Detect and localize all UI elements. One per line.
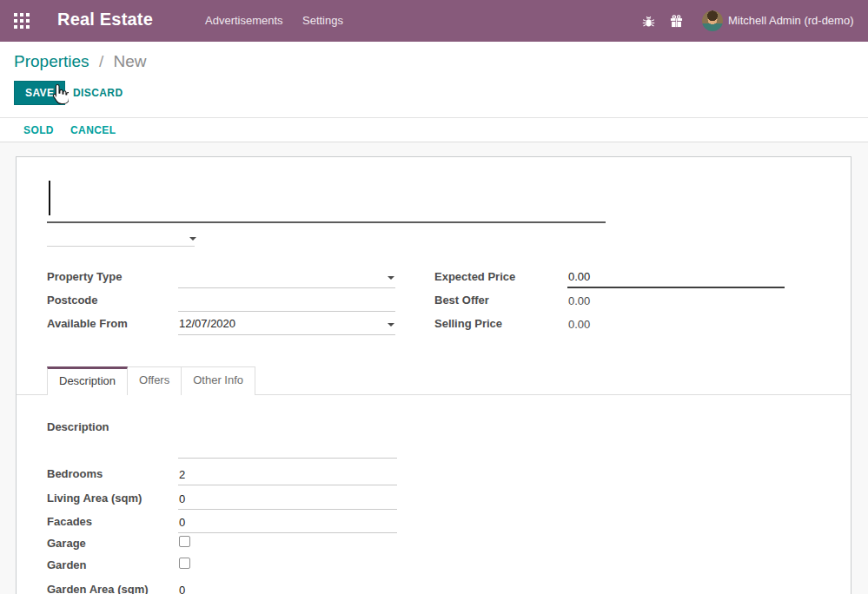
gift-icon[interactable]: [670, 15, 683, 28]
sold-button[interactable]: SOLD: [23, 118, 54, 142]
top-navbar: Real Estate Advertisements Settings Mitc…: [0, 0, 868, 42]
available-from-label: Available From: [47, 317, 178, 335]
living-area-label: Living Area (sqm): [47, 492, 178, 510]
field-row-property-type: Property Type: [47, 265, 395, 288]
discard-button[interactable]: DISCARD: [71, 81, 124, 105]
living-area-input[interactable]: 0: [178, 492, 397, 510]
bedrooms-label: Bedrooms: [47, 467, 178, 485]
description-tab-content: Description Bedrooms 2 Living Area (sqm)…: [47, 415, 397, 594]
garden-label: Garden: [47, 558, 178, 577]
postcode-input[interactable]: [178, 291, 395, 312]
property-title-input[interactable]: [51, 183, 599, 218]
available-from-input[interactable]: 12/07/2020: [178, 314, 395, 335]
expected-price-value: 0.00: [568, 270, 590, 283]
description-textarea[interactable]: [178, 454, 397, 459]
field-row-garden: Garden: [47, 555, 397, 577]
expected-price-label: Expected Price: [434, 270, 567, 288]
save-button[interactable]: SAVE: [14, 81, 65, 105]
expected-price-input[interactable]: 0.00: [567, 267, 785, 288]
facades-label: Facades: [47, 515, 178, 533]
tab-other-info[interactable]: Other Info: [182, 366, 255, 395]
breadcrumb-properties-link[interactable]: Properties: [14, 52, 89, 70]
available-from-dropdown-icon[interactable]: [388, 323, 394, 327]
statusbar: SOLD CANCEL: [0, 117, 868, 142]
best-offer-value: 0.00: [567, 291, 785, 312]
field-row-living-area: Living Area (sqm) 0: [47, 485, 397, 510]
title-underline: [47, 221, 606, 223]
field-row-postcode: Postcode: [47, 288, 395, 312]
facades-input[interactable]: 0: [178, 516, 397, 533]
selling-price-value: 0.00: [567, 314, 785, 335]
garage-label: Garage: [47, 537, 178, 555]
field-row-selling-price: Selling Price 0.00: [434, 312, 785, 335]
property-type-label: Property Type: [47, 270, 178, 288]
tags-dropdown-icon[interactable]: [189, 237, 196, 241]
garage-cell: [178, 536, 397, 555]
postcode-label: Postcode: [47, 294, 178, 312]
tags-underline: [47, 246, 195, 247]
text-cursor: [49, 181, 50, 215]
garage-checkbox[interactable]: [179, 536, 190, 547]
tab-description[interactable]: Description: [47, 366, 128, 395]
menu-settings[interactable]: Settings: [302, 0, 343, 42]
notebook-tabs: Description Offers Other Info: [47, 366, 255, 395]
right-field-group: Expected Price 0.00 Best Offer 0.00 Sell…: [434, 265, 785, 335]
garden-area-input[interactable]: 0: [178, 584, 397, 594]
available-from-value: 12/07/2020: [179, 317, 235, 330]
property-type-input[interactable]: [178, 267, 395, 288]
app-title: Real Estate: [57, 10, 153, 30]
property-type-dropdown-icon[interactable]: [388, 276, 394, 280]
cancel-button[interactable]: CANCEL: [70, 118, 116, 142]
garden-checkbox[interactable]: [179, 558, 190, 569]
user-avatar[interactable]: [702, 10, 723, 31]
best-offer-label: Best Offer: [434, 294, 567, 312]
menu-advertisements[interactable]: Advertisements: [205, 0, 283, 42]
selling-price-label: Selling Price: [434, 317, 567, 335]
form-sheet: Property Type Postcode Available From 12…: [16, 156, 851, 594]
field-row-facades: Facades 0: [47, 510, 397, 533]
field-row-garage: Garage: [47, 533, 397, 555]
breadcrumb-separator: /: [99, 52, 103, 70]
field-row-garden-area: Garden Area (sqm) 0: [47, 577, 397, 594]
bug-icon[interactable]: [642, 15, 655, 28]
tags-input[interactable]: [47, 230, 190, 246]
tab-offers[interactable]: Offers: [128, 366, 182, 395]
field-row-description: Description: [47, 415, 397, 459]
description-label: Description: [47, 415, 178, 439]
field-row-available-from: Available From 12/07/2020: [47, 312, 395, 335]
field-row-expected-price: Expected Price 0.00: [434, 265, 785, 288]
breadcrumb-current: New: [113, 52, 146, 70]
apps-grid-icon[interactable]: [14, 13, 30, 29]
garden-area-label: Garden Area (sqm): [47, 583, 178, 594]
field-row-best-offer: Best Offer 0.00: [434, 288, 785, 312]
left-field-group: Property Type Postcode Available From 12…: [47, 265, 395, 335]
bedrooms-input[interactable]: 2: [178, 468, 397, 485]
field-row-bedrooms: Bedrooms 2: [47, 459, 397, 485]
breadcrumb: Properties / New: [14, 52, 146, 71]
garden-cell: [178, 558, 397, 577]
user-menu[interactable]: Mitchell Admin (rd-demo): [728, 0, 854, 42]
